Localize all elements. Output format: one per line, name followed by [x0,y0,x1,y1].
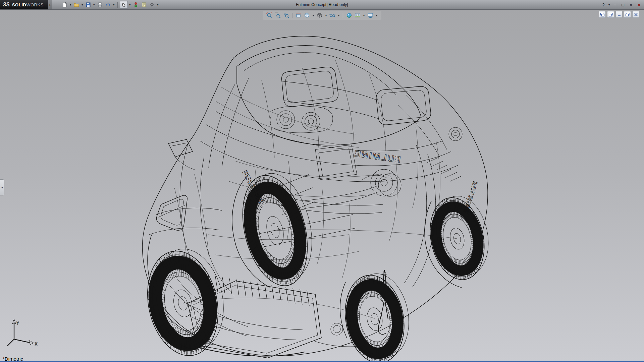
zoom-area-icon [275,12,281,18]
menu-expand-button[interactable]: ▸ [48,0,52,9]
zoom-to-fit-button[interactable] [266,12,273,19]
appearance-button[interactable] [132,1,140,8]
app-logo: ЗS SOLIDWORKS [0,0,48,9]
view-orientation-dropdown[interactable]: ▾ [312,14,315,17]
view-settings-icon [367,12,373,18]
close-button[interactable]: × [628,1,634,8]
rebuild-icon [141,2,147,7]
previous-view-button[interactable] [283,12,289,19]
print-button[interactable] [96,1,104,8]
doc-prev-window-button[interactable] [599,11,606,18]
doc-minimize-icon [617,12,622,17]
apply-scene-icon [355,12,361,18]
taskbar-edge [0,361,644,362]
hide-show-items-button[interactable] [329,12,336,19]
view-orientation-icon [304,12,310,18]
section-view-icon [296,12,302,18]
view-settings-dropdown[interactable]: ▾ [375,14,378,17]
collapse-arrow-icon: ◂ [1,186,3,189]
undo-button[interactable] [104,1,112,8]
display-style-icon [317,12,323,18]
viewport[interactable] [0,9,644,362]
edit-appearance-icon [346,12,352,18]
logo-text-works: WORKS [26,2,44,7]
appearance-icon [133,2,139,7]
headsup-separator [292,13,292,18]
headsup-separator [343,13,343,18]
print-icon [97,2,103,7]
new-document-button[interactable] [61,1,68,8]
hide-show-items-dropdown[interactable]: ▾ [337,14,340,17]
section-view-button[interactable] [295,12,302,19]
select-dropdown[interactable]: ▾ [128,3,131,6]
new-document-icon [62,2,67,7]
undo-dropdown[interactable]: ▾ [112,3,115,6]
minimize-button[interactable]: − [612,1,618,8]
view-settings-button[interactable] [367,12,374,19]
hide-show-items-icon [329,12,335,18]
doc-restore-button[interactable] [624,11,631,18]
open-dropdown[interactable]: ▾ [81,3,84,6]
help-button[interactable]: ? [600,1,606,8]
window-controls: ? ▾ − □ × × [600,0,642,9]
save-dropdown[interactable]: ▾ [93,3,96,6]
select-button[interactable] [120,1,128,9]
zoom-to-fit-icon [266,12,272,18]
logo-text-solid: SOLID [12,2,26,7]
feature-panel-collapse-tab[interactable]: ◂ [0,179,4,195]
next-window-icon [608,12,613,17]
options-button[interactable] [148,1,156,8]
options-gear-icon [149,2,155,7]
apply-scene-button[interactable] [354,12,361,19]
heads-up-view-toolbar: ▾ ▾ ▾ ▾ ▾ [263,11,381,20]
app-close-button[interactable]: × [636,1,642,8]
doc-restore-icon [625,12,630,17]
prev-window-icon [600,12,605,17]
previous-view-icon [283,12,289,18]
save-button[interactable] [85,1,92,8]
display-style-dropdown[interactable]: ▾ [325,14,327,17]
open-folder-icon [74,2,79,7]
rebuild-button[interactable] [140,1,148,8]
select-arrow-icon [121,2,126,7]
main-toolbar: ▾ ▾ ▾ ▾ ▾ ▾ [61,1,159,9]
3ds-logo-icon: ЗS [3,2,10,8]
undo-icon [105,2,111,7]
edit-appearance-button[interactable] [346,12,353,19]
toolbar-separator [117,2,118,8]
restore-button[interactable]: □ [620,1,626,8]
new-document-dropdown[interactable]: ▾ [69,3,72,6]
zoom-area-button[interactable] [274,12,281,19]
window-title: Fulmine Concept [Read-only] [296,0,348,9]
document-window-controls [599,11,639,18]
apply-scene-dropdown[interactable]: ▾ [363,14,365,17]
expand-arrow-icon: ▸ [50,3,51,6]
open-button[interactable] [73,1,80,8]
doc-next-window-button[interactable] [607,11,614,18]
help-dropdown[interactable]: ▾ [608,3,610,6]
options-dropdown[interactable]: ▾ [156,3,159,6]
view-orientation-button[interactable] [304,12,310,19]
doc-close-icon [634,12,638,17]
doc-minimize-button[interactable] [615,11,623,18]
doc-close-button[interactable] [632,11,639,18]
display-style-button[interactable] [316,12,323,19]
save-icon [86,2,91,7]
title-bar: ЗS SOLIDWORKS ▸ ▾ ▾ ▾ ▾ ▾ [0,0,644,10]
